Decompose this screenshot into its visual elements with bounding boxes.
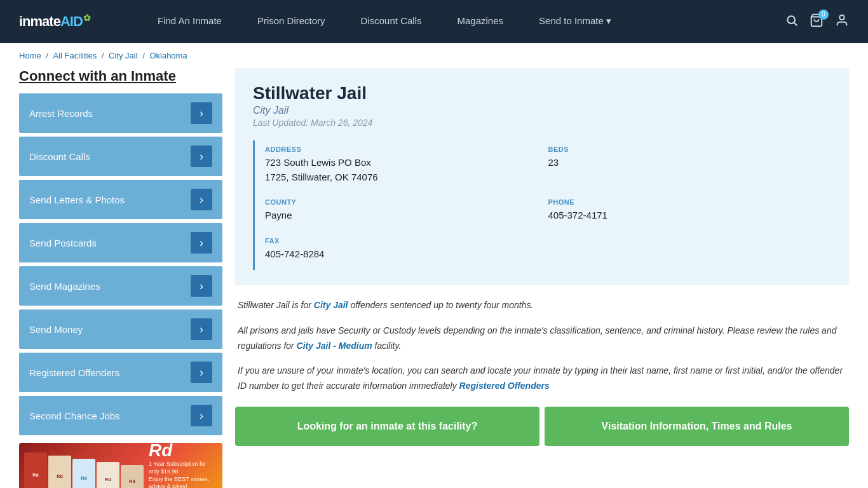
address-value: 723 South Lewis PO Box1725, Stillwater, … xyxy=(265,156,548,184)
magazine-stack: Rd Rd Rd Rd Rd xyxy=(24,446,144,488)
content-area: Stillwater Jail City Jail Last Updated: … xyxy=(235,68,849,488)
description-para1: Stillwater Jail is for City Jail offende… xyxy=(238,298,846,313)
link-city-jail-medium[interactable]: City Jail - Medium xyxy=(297,341,372,351)
sidebar-arrow-send-money: › xyxy=(191,318,212,340)
sidebar-btn-send-money[interactable]: Send Money › xyxy=(19,309,222,349)
address-label: ADDRESS xyxy=(265,146,548,153)
sidebar-btn-arrest-records[interactable]: Arrest Records › xyxy=(19,93,222,133)
beds-value: 23 xyxy=(548,156,832,170)
nav-prison-directory[interactable]: Prison Directory xyxy=(240,0,343,43)
county-block: COUNTY Payne xyxy=(265,193,548,232)
sidebar-btn-registered-offenders[interactable]: Registered Offenders › xyxy=(19,353,222,392)
beds-label: BEDS xyxy=(548,146,832,153)
county-label: COUNTY xyxy=(265,198,548,206)
phone-value: 405-372-4171 xyxy=(548,208,832,223)
svg-point-0 xyxy=(787,16,795,24)
facility-details: ADDRESS 723 South Lewis PO Box1725, Stil… xyxy=(253,140,831,270)
main-nav: Find An Inmate Prison Directory Discount… xyxy=(140,0,785,43)
breadcrumb: Home / All Facilities / City Jail / Okla… xyxy=(0,43,868,68)
fax-value: 405-742-8284 xyxy=(265,247,548,262)
description-para2: All prisons and jails have Security or C… xyxy=(238,323,846,354)
ad-banner[interactable]: Rd Rd Rd Rd Rd Rd 1 Year Subscription fo… xyxy=(19,443,222,488)
sidebar-arrow-arrest-records: › xyxy=(191,102,212,124)
county-value: Payne xyxy=(265,208,548,223)
facility-name: Stillwater Jail xyxy=(253,83,831,104)
fax-block: FAX 405-742-8284 xyxy=(265,232,548,271)
ad-sub-text: 1 Year Subscription for only $19.98 Enjo… xyxy=(149,461,217,488)
user-icon[interactable] xyxy=(835,13,849,30)
facility-type: City Jail xyxy=(253,105,831,116)
cart-badge: 0 xyxy=(818,10,829,20)
sidebar-btn-send-magazines[interactable]: Send Magazines › xyxy=(19,266,222,306)
svg-point-3 xyxy=(839,15,844,19)
beds-block: BEDS 23 xyxy=(548,140,832,193)
logo[interactable]: inmateAID✿ xyxy=(19,13,121,30)
bottom-buttons: Looking for an inmate at this facility? … xyxy=(235,407,849,446)
find-inmate-button[interactable]: Looking for an inmate at this facility? xyxy=(235,407,539,446)
sidebar-arrow-send-magazines: › xyxy=(191,275,212,297)
sidebar-arrow-discount-calls: › xyxy=(191,146,212,167)
rd-logo: Rd xyxy=(149,443,217,461)
description-area: Stillwater Jail is for City Jail offende… xyxy=(235,298,849,394)
search-icon[interactable] xyxy=(785,14,798,30)
nav-discount-calls[interactable]: Discount Calls xyxy=(343,0,440,43)
sidebar-arrow-send-letters: › xyxy=(191,189,212,210)
sidebar-arrow-send-postcards: › xyxy=(191,232,212,254)
sidebar-arrow-registered-offenders: › xyxy=(191,362,212,383)
link-registered-offenders[interactable]: Registered Offenders xyxy=(459,381,550,391)
sidebar: Connect with an Inmate Arrest Records › … xyxy=(19,68,222,488)
sidebar-btn-send-letters[interactable]: Send Letters & Photos › xyxy=(19,180,222,219)
breadcrumb-oklahoma[interactable]: Oklahoma xyxy=(149,51,187,60)
breadcrumb-city-jail[interactable]: City Jail xyxy=(109,51,138,60)
sidebar-title: Connect with an Inmate xyxy=(19,68,222,85)
sidebar-btn-send-postcards[interactable]: Send Postcards › xyxy=(19,223,222,262)
link-city-jail-1[interactable]: City Jail xyxy=(314,300,348,310)
sidebar-arrow-second-chance-jobs: › xyxy=(191,405,212,426)
description-para3: If you are unsure of your inmate's locat… xyxy=(238,363,846,394)
main-container: Connect with an Inmate Arrest Records › … xyxy=(0,68,868,488)
address-block: ADDRESS 723 South Lewis PO Box1725, Stil… xyxy=(265,140,548,193)
breadcrumb-home[interactable]: Home xyxy=(19,51,41,60)
cart-icon[interactable]: 0 xyxy=(810,13,824,30)
nav-magazines[interactable]: Magazines xyxy=(439,0,521,43)
facility-updated: Last Updated: March 26, 2024 xyxy=(253,118,831,128)
breadcrumb-all-facilities[interactable]: All Facilities xyxy=(53,51,97,60)
sidebar-btn-second-chance-jobs[interactable]: Second Chance Jobs › xyxy=(19,396,222,435)
header-icons: 0 xyxy=(785,13,849,30)
header: inmateAID✿ Find An Inmate Prison Directo… xyxy=(0,0,868,43)
svg-line-1 xyxy=(794,22,797,25)
visitation-button[interactable]: Visitation Information, Times and Rules xyxy=(545,407,849,446)
sidebar-btn-discount-calls[interactable]: Discount Calls › xyxy=(19,137,222,176)
phone-label: PHONE xyxy=(548,198,832,206)
nav-find-inmate[interactable]: Find An Inmate xyxy=(140,0,240,43)
nav-send-to-inmate[interactable]: Send to Inmate ▾ xyxy=(521,0,629,43)
fax-label: FAX xyxy=(265,237,548,245)
facility-card: Stillwater Jail City Jail Last Updated: … xyxy=(235,68,849,285)
phone-block: PHONE 405-372-4171 xyxy=(548,193,832,232)
